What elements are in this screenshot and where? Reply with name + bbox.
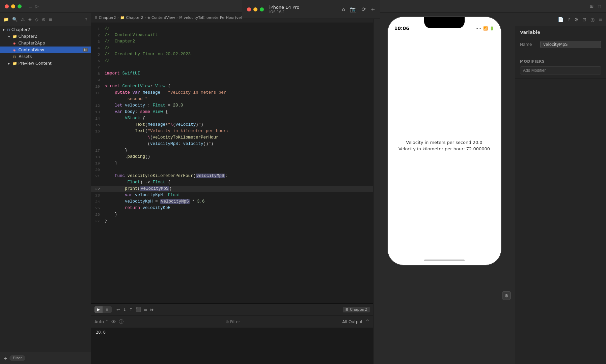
add-file-icon[interactable]: + [3, 356, 7, 361]
code-line-6: 6 // [91, 58, 373, 64]
code-line-23: 23 var velocityKpH: Float [91, 192, 373, 199]
traffic-light-red[interactable] [5, 4, 9, 8]
tree-item-assets[interactable]: ⊟ Assets [0, 53, 91, 60]
file-inspector-icon[interactable]: 📄 [558, 17, 563, 22]
output-label[interactable]: All Output [342, 320, 362, 324]
tree-swift-label: Chapter2App [18, 41, 45, 46]
breakpoints-icon[interactable]: ⊙ [42, 17, 46, 22]
screenshot-icon[interactable]: 📷 [350, 6, 357, 12]
editor-content: 1 // 2 // ContentView.swift 3 // Chapter… [91, 23, 373, 303]
editor-area: ⊟ Chapter2 › 📁 Chapter2 › ◈ ContentView … [91, 13, 373, 364]
quick-help-icon[interactable]: ? [568, 17, 570, 22]
iphone-home-bar [388, 255, 501, 265]
bookmark-icon[interactable]: ◇ [35, 17, 38, 22]
run-icon[interactable]: ▷ [35, 4, 38, 9]
diff-icon[interactable]: ◈ [28, 17, 32, 22]
traffic-light-green[interactable] [18, 4, 22, 8]
rotate-icon[interactable]: ⟳ [361, 6, 366, 12]
variables-icon[interactable]: ≡ [144, 307, 147, 312]
home-bar-pill [424, 260, 465, 261]
run-stop-icon[interactable]: ◻ [598, 4, 601, 9]
chevron-down-icon: ▾ [3, 28, 5, 32]
code-line-18: 18 .padding() [91, 154, 373, 160]
chapter-badge-icon: ⊟ [346, 307, 349, 312]
code-line-2: 2 // ContentView.swift [91, 32, 373, 38]
file-navigator: ▾ ⊟ Chapter2 ▾ 📁 Chapter2 ◈ Chapter2App … [0, 26, 91, 352]
chapter-badge: ⊟ Chapter2 [343, 307, 370, 312]
code-line-26: 26 } [91, 211, 373, 218]
info-icon[interactable]: ⓘ [119, 319, 123, 325]
code-line-16: 16 Text("Velocity in kilometer per hour: [91, 128, 373, 134]
code-line-15: 15 Text(message+"\(velocity)") [91, 122, 373, 128]
iphone-text-line2: Velocity in kilometer per hour: 72.00000… [398, 146, 490, 151]
code-line-5: 5 // Created by Timur on 20.02.2023. [91, 51, 373, 58]
chapter-badge-label: Chapter2 [350, 307, 367, 312]
device-tl-green[interactable] [260, 7, 264, 11]
warning-icon[interactable]: ⚠ [21, 17, 25, 22]
code-line-4: 4 // [91, 45, 373, 51]
add-modifier-button[interactable]: Add Modifier [520, 66, 601, 74]
play-btn[interactable]: ▶ [94, 306, 103, 313]
tree-contentview-label: ContentView [18, 48, 44, 52]
sidebar-toggle-icon[interactable]: ▭ [28, 4, 32, 9]
auto-label: Auto ⌃ [94, 320, 109, 324]
tree-item-chapter2-root[interactable]: ▾ ⊟ Chapter2 [0, 26, 91, 33]
zoom-button[interactable]: ⊕ [502, 291, 511, 300]
console-line-1: 20.0 [96, 330, 368, 335]
step-into-icon[interactable]: ↓ [123, 307, 127, 312]
tree-item-chapter2-folder[interactable]: ▾ 📁 Chapter2 [0, 33, 91, 40]
continue-icon[interactable]: ⬛ [136, 307, 141, 312]
inspector-name-value[interactable]: velocityMpS [540, 41, 601, 48]
breadcrumb-chapter2: ⊟ Chapter2 [94, 16, 116, 20]
folder-icon: 📁 [12, 34, 17, 39]
add-device-icon[interactable]: + [371, 6, 375, 12]
code-line-24: 24 velocityKpH = velocityMpS * 3.6 [91, 199, 373, 205]
navigator-toggle-icon[interactable]: 📁 [3, 17, 9, 22]
traffic-light-yellow[interactable] [11, 4, 15, 8]
modifiers-section: Modifiers Add Modifier [515, 55, 606, 79]
code-line-11: 11 @State var message = "Velocity in met… [91, 90, 373, 96]
report-icon[interactable]: ≡ [49, 17, 53, 22]
iphone-time: 10:06 [394, 26, 410, 31]
home-icon[interactable]: ⌂ [342, 6, 345, 12]
accessibility-icon[interactable]: ≡ [599, 17, 603, 22]
code-line-21b: Float) -> Float { [91, 179, 373, 186]
iphone-device: 10:06 ···· 📶 🔋 Velocity in meters per se… [387, 16, 502, 266]
tree-item-label: Chapter2 [11, 27, 30, 32]
iphone-status-bar: 10:06 ···· 📶 🔋 [388, 17, 501, 36]
left-toolbar: 📁 🔍 ⚠ ◈ ◇ ⊙ ≡ ? ▾ ⊟ Chapter2 ▾ 📁 Chapter… [0, 13, 91, 364]
question-icon[interactable]: ? [85, 17, 87, 22]
iphone-status-icons: ···· 📶 🔋 [476, 26, 494, 31]
breadcrumb-chapter2-2: 📁 Chapter2 [120, 16, 143, 20]
pause-btn[interactable]: ⏸ [103, 306, 112, 313]
code-editor[interactable]: 1 // 2 // ContentView.swift 3 // Chapter… [91, 23, 373, 303]
tree-item-contentview[interactable]: ◈ ContentView M [0, 47, 91, 53]
step-out-icon[interactable]: ↑ [129, 307, 133, 312]
code-line-10: 10 struct ContentView: View { [91, 83, 373, 90]
connections-icon[interactable]: ◎ [590, 17, 595, 22]
tree-item-chapter2app[interactable]: ◈ Chapter2App [0, 40, 91, 47]
eye-icon[interactable]: 👁 [111, 319, 116, 325]
device-tl-yellow[interactable] [253, 7, 257, 11]
filter-badge[interactable]: Filter [9, 355, 25, 361]
breakpoints-icon[interactable]: ⏭ [150, 307, 155, 312]
code-line-13: 13 var body: some View { [91, 109, 373, 115]
assets-icon: ⊟ [13, 55, 16, 59]
size-inspector-icon[interactable]: ⊡ [582, 17, 586, 22]
step-over-icon[interactable]: ↩ [116, 307, 120, 312]
device-tl-red[interactable] [247, 7, 251, 11]
modified-badge: M [83, 48, 88, 52]
navigator-icon[interactable]: ⊞ [590, 4, 594, 9]
breadcrumb-contentview: ◈ ContentView [147, 16, 175, 20]
filter-label[interactable]: ⊕ Filter [225, 320, 240, 324]
tree-item-preview-content[interactable]: ▸ 📁 Preview Content [0, 60, 91, 67]
toolbar-icons: 📁 🔍 ⚠ ◈ ◇ ⊙ ≡ ? [0, 13, 91, 26]
code-line-20: 20 [91, 166, 373, 173]
output-chevron[interactable]: ⌃ [365, 318, 370, 325]
code-line-21: 21 func velocityToKilometerPerHour(veloc… [91, 173, 373, 179]
bottom-panel: ▶ ⏸ ↩ ↓ ↑ ⬛ ≡ ⏭ ⊟ Chapter2 Auto ⌃ [91, 303, 373, 364]
code-line-27: 27 } [91, 218, 373, 224]
attributes-icon[interactable]: ⚙ [574, 17, 579, 22]
code-line-25: 25 return velocityKpH [91, 205, 373, 211]
search-icon[interactable]: 🔍 [12, 17, 18, 22]
